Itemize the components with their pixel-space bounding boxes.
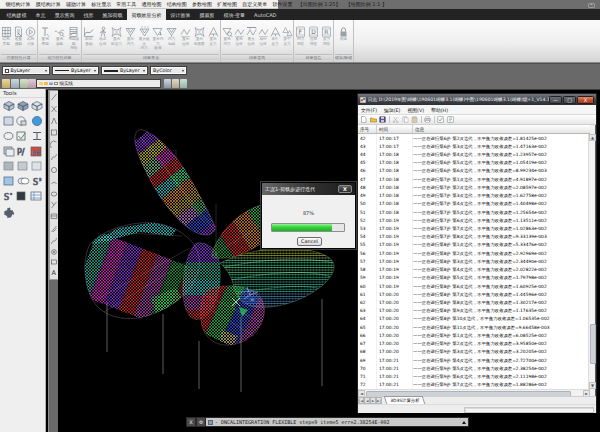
maximize-button[interactable]: □	[563, 96, 576, 104]
log-row[interactable]: 51 17:00:18 ——正在进行第7步 第5次迭代，不平衡力收敛误差=1.2…	[358, 208, 590, 216]
log-column-header-message[interactable]: 信息	[413, 125, 590, 133]
ribbon-button[interactable]: 单个 反力	[269, 22, 281, 52]
ribbon-button[interactable]: 周期振型 报告	[67, 22, 81, 52]
ribbon-button[interactable]: 结构 计算	[25, 22, 37, 52]
log-row[interactable]: 63 17:00:20 ——正在进行第8步 第9次迭代，不平衡力收敛误差=1.1…	[358, 307, 590, 315]
ribbon-button[interactable]: 时程 曲线	[82, 22, 96, 52]
options-icon[interactable]	[437, 116, 444, 123]
menu-item[interactable]: 标注显示	[89, 0, 114, 9]
ribbon-tab[interactable]: 找形	[79, 9, 98, 20]
ribbon-button[interactable]: 多个 反力	[281, 22, 293, 52]
log-row[interactable]: 59 17:00:19 ——正在进行第8步 第5次迭代，不平衡力收敛误差=1.7…	[358, 274, 590, 282]
command-input[interactable]: - DNCALINTEGRATION_FLEXIBLE step=9 item=…	[206, 417, 469, 427]
ribbon-tab[interactable]: 设计验算	[166, 9, 195, 20]
ribbon-button[interactable]: 内力 包络	[165, 22, 179, 52]
ribbon-tab[interactable]: 膜裁剪	[195, 9, 219, 20]
ribbon-button[interactable]: 内力 报告	[294, 22, 307, 52]
tab-last-button[interactable]: ►|	[376, 397, 382, 404]
log-row[interactable]: 46 17:00:18 ——正在进行第6步 第6次迭代，不平衡力收敛误差=8.9…	[358, 167, 590, 175]
log-row[interactable]: 65 17:00:20 ——正在进行第8步 第11次迭代，不平衡力收敛误差=9.…	[358, 323, 590, 331]
scroll-up-arrow[interactable]: ▲	[589, 134, 596, 141]
log-row[interactable]: 52 17:00:19 ——正在进行第7步 第6次迭代，不平衡力收敛误差=1.1…	[358, 216, 590, 224]
cancel-button[interactable]: Cancel	[297, 237, 322, 246]
log-column-header-time[interactable]: 时间	[377, 125, 413, 133]
dialog-close-button[interactable]: X	[338, 185, 352, 193]
recent-commands-arrow-icon[interactable]	[462, 421, 466, 424]
log-row[interactable]: 48 17:00:18 ——正在进行第7步 第2次迭代，不平衡力收敛误差=2.0…	[358, 183, 590, 191]
log-column-header-no[interactable]: 序号	[358, 125, 377, 133]
log-row[interactable]: 45 17:00:18 ——正在进行第6步 第5次迭代，不平衡力收敛误差=1.0…	[358, 159, 590, 167]
ribbon-button[interactable]: 显示 内力	[123, 22, 137, 52]
ribbon-button[interactable]: 检查 模型	[12, 22, 24, 52]
ribbon-button[interactable]: 查询 内力	[221, 22, 233, 52]
menu-item[interactable]: 参数绘图	[189, 0, 214, 9]
menu-item[interactable]: 钢结构计算	[3, 0, 33, 9]
ribbon-tab[interactable]: 单元	[31, 9, 50, 20]
menu-item[interactable]: 【绘图比例 1:1 】	[343, 0, 389, 9]
color-combobox[interactable]: ByLayer	[2, 66, 50, 75]
menu-item[interactable]: 扩展绘图	[215, 0, 240, 9]
log-row[interactable]: 60 17:00:19 ——正在进行第8步 第6次迭代，不平衡力收敛误差=1.6…	[358, 282, 590, 290]
layer-match-button[interactable]	[180, 79, 187, 88]
log-row[interactable]: 68 17:00:20 ——正在进行第9步 第3次迭代，不平衡力收敛误差=3.2…	[358, 348, 590, 356]
ribbon-tab[interactable]: 显示查询	[50, 9, 79, 20]
log-row[interactable]: 44 17:00:18 ——正在进行第6步 第4次迭代，不平衡力收敛误差=1.2…	[358, 150, 590, 158]
log-row[interactable]: 62 17:00:20 ——正在进行第8步 第8次迭代，不平衡力收敛误差=1.3…	[358, 298, 590, 306]
log-row[interactable]: 54 17:00:19 ——正在进行第7步 第8次迭代，不平衡力收敛误差=9.3…	[358, 233, 590, 241]
log-row[interactable]: 66 17:00:20 ——正在进行第9步 第1次迭代，不平衡力收敛误差=6.0…	[358, 331, 590, 339]
log-window-titlebar[interactable]: 日志 D:\2019年图\蝴蝶\190601蝴蝶3.1(蝴蝶)中图\190601…	[358, 94, 596, 105]
new-file-icon[interactable]	[360, 116, 367, 123]
ribbon-tab[interactable]: AutoCAD	[250, 9, 281, 20]
lineweight-combobox[interactable]: ByLayer	[101, 66, 148, 75]
log-row[interactable]: 70 17:00:21 ——正在进行第9步 第5次迭代，不平衡力收敛误差=2.3…	[358, 364, 590, 372]
log-menu-item[interactable]: 文件(F)	[361, 107, 377, 113]
save-icon[interactable]	[379, 116, 386, 123]
log-row[interactable]: 56 17:00:19 ——正在进行第8步 第2次迭代，不平衡力收敛误差=2.9…	[358, 249, 590, 257]
ribbon-button[interactable]: 显示内力 数值	[151, 22, 165, 52]
ribbon-button[interactable]: 反力 报告	[320, 22, 333, 52]
layer-combobox[interactable]: 细实线	[36, 79, 161, 88]
log-row[interactable]: 58 17:00:19 ——正在进行第8步 第4次迭代，不平衡力收敛误差=2.0…	[358, 266, 590, 274]
ribbon-tab[interactable]: 荷载效应分析	[127, 9, 166, 20]
scroll-down-arrow[interactable]: ▼	[589, 382, 596, 389]
log-menu-item[interactable]: 视图(V)	[407, 107, 424, 113]
log-row[interactable]: 61 17:00:20 ——正在进行第8步 第7次迭代，不平衡力收敛误差=1.4…	[358, 290, 590, 298]
ribbon-button[interactable]: 最大组合 内力	[137, 22, 151, 52]
command-customize-button[interactable]: ⚙	[196, 417, 206, 427]
tools-palette-icons[interactable]: P/ PE S5 S*	[0, 98, 46, 223]
log-row[interactable]: 64 17:00:20 ——正在进行第8步 第10次迭代，不平衡力收敛误差=1.…	[358, 315, 590, 323]
log-row[interactable]: 43 17:00:17 ——正在进行第6步 第3次迭代，不平衡力收敛误差=1.4…	[358, 142, 590, 150]
ribbon-button[interactable]: 显示 反力	[206, 22, 220, 52]
menu-item[interactable]: 自定义菜单	[240, 0, 270, 9]
log-row[interactable]: 49 17:00:18 ——正在进行第7步 第3次迭代，不平衡力收敛误差=1.6…	[358, 192, 590, 200]
log-row[interactable]: 50 17:00:18 ——正在进行第7步 第4次迭代，不平衡力收敛误差=1.4…	[358, 200, 590, 208]
log-row[interactable]: 47 17:00:18 ——正在进行第7步 第1次迭代，不平衡力收敛误差=4.9…	[358, 175, 590, 183]
ribbon-button[interactable]: 位移 报告	[307, 22, 320, 52]
log-sheet-tab[interactable]: 3D3S计算分析	[384, 396, 426, 404]
vertical-scrollbar[interactable]: ▲ ▼	[588, 134, 595, 389]
ribbon-button[interactable]: 查询 位移	[233, 22, 245, 52]
layer-previous-button[interactable]	[172, 79, 179, 88]
menu-item[interactable]: 软件设置	[270, 0, 295, 9]
layer-states-button[interactable]	[11, 79, 19, 88]
help-icon[interactable]	[447, 116, 454, 123]
plotstyle-combobox[interactable]: ByColor	[150, 66, 187, 75]
log-row[interactable]: 53 17:00:19 ——正在进行第7步 第7次迭代，不平衡力收敛误差=1.0…	[358, 224, 590, 232]
ribbon-button[interactable]: 动态 位移	[96, 22, 110, 52]
ribbon-button[interactable]: 查询 振型	[52, 22, 66, 52]
ribbon-minimize-icon[interactable]: ^	[588, 3, 595, 8]
vertical-scroll-thumb[interactable]	[590, 324, 596, 364]
minimize-button[interactable]: —	[549, 96, 562, 104]
menu-item[interactable]: 辅助计算	[63, 0, 88, 9]
log-menu-item[interactable]: 帮助(H)	[431, 107, 448, 113]
ribbon-button[interactable]: 查询 周期	[38, 22, 52, 52]
ribbon-button[interactable]: 锁定	[334, 22, 353, 52]
menu-item[interactable]: 膜结构计算	[33, 0, 63, 9]
linetype-combobox[interactable]: ByLayer	[52, 66, 99, 75]
menu-item[interactable]: 结构绘图	[164, 0, 189, 9]
close-button[interactable]: X	[577, 96, 594, 104]
layer-unisolate-button[interactable]	[28, 79, 36, 88]
menu-item[interactable]: 常用工具	[114, 0, 139, 9]
log-row[interactable]: 42 17:00:17 ——正在进行第6步 第2次迭代，不平衡力收敛误差=1.8…	[358, 134, 590, 142]
ribbon-button[interactable]: 结构 类型	[0, 22, 12, 52]
